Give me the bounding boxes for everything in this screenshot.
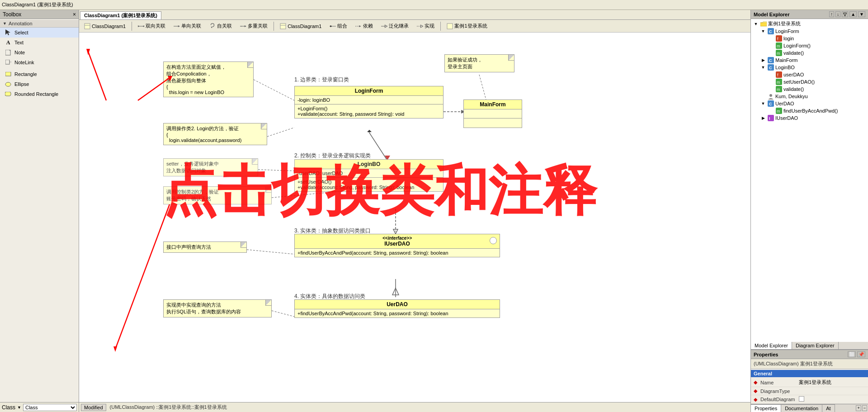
diagram-tab-main[interactable]: ClassDiagram1 (案例1登录系统) xyxy=(80,11,161,19)
toolbox-item-select[interactable]: Select xyxy=(0,28,79,38)
tree-expand-iuserdao[interactable]: ▶ xyxy=(760,115,766,121)
tab-diagram-explorer[interactable]: Diagram Explorer xyxy=(792,342,839,349)
bidirectional-icon xyxy=(138,23,144,29)
model-explorer-tree[interactable]: ▼ 案例1登录系统 ▼ C LoginForm ▶ xyxy=(751,19,868,342)
note-2[interactable]: 调用操作类2. Login的方法，验证{ login.validate(acco… xyxy=(163,123,267,145)
tree-item-userdao[interactable]: ▶ f userDAO xyxy=(752,71,867,78)
tree-expand-case1[interactable]: ▼ xyxy=(753,21,759,27)
toolbox-item-note[interactable]: Note xyxy=(0,47,79,57)
defaultdiagram-checkbox[interactable] xyxy=(799,396,804,402)
panel-sort-desc-icon[interactable]: ↓ xyxy=(835,11,840,17)
tree-item-kumdeukkyu[interactable]: ▶ Kum, Deukkyu xyxy=(752,93,867,100)
main-area: Toolbox × ▼ Annotation Select A xyxy=(0,10,868,412)
tree-item-iuserdao[interactable]: ▶ I IUserDAO xyxy=(752,114,867,122)
svg-text:m: m xyxy=(777,109,780,114)
toolbar-unidirectional-btn[interactable]: 单向关联 xyxy=(170,21,204,31)
panel-collapse-icon[interactable]: − xyxy=(862,405,867,411)
uml-class-mainform[interactable]: MainForm xyxy=(463,99,522,128)
toolbar-sep1 xyxy=(132,22,132,31)
properties-header: Properties ⬜ 📌 xyxy=(751,350,868,359)
tree-expand-mainform[interactable]: ▶ xyxy=(760,57,766,63)
bottom-panel-tabs: Properties Documentation At + − xyxy=(751,404,868,412)
prop-pin-icon[interactable]: 📌 xyxy=(857,351,865,357)
prop-value-name[interactable]: 案例1登录系统 xyxy=(799,379,865,386)
note-5[interactable]: 接口中声明查询方法 xyxy=(163,242,247,253)
toolbar-multiassoc-btn[interactable]: * 多重关联 xyxy=(237,21,271,31)
tree-expand-loginbo[interactable]: ▼ xyxy=(760,64,766,71)
panel-sort-asc-icon[interactable]: ↑ xyxy=(829,11,834,17)
tree-item-validate2[interactable]: ▶ m validate() xyxy=(752,85,867,93)
composition-icon xyxy=(330,23,336,29)
tree-item-mainform[interactable]: ▶ C MainForm xyxy=(752,57,867,64)
toolbox-item-notelink[interactable]: NoteLink xyxy=(0,57,79,67)
interface-tag: <<interface>> xyxy=(297,236,497,241)
toolbar-generalization-btn[interactable]: 泛化继承 xyxy=(378,21,412,31)
svg-text:C: C xyxy=(769,58,772,63)
note-7[interactable]: 如果验证成功，登录主页面 xyxy=(444,54,514,72)
status-path: (UMLClassDiagram) ::案例1登录系统::案例1登录系统 xyxy=(110,404,227,411)
prop-resize1-icon[interactable]: ⬜ xyxy=(848,351,856,357)
diamond-icon-dtype: ◆ xyxy=(754,388,757,394)
uerdao-header: UerDAO xyxy=(295,300,500,309)
panel-down-icon[interactable]: ▼ xyxy=(858,11,865,17)
uml-class-loginform[interactable]: LoginForm -login: loginBO +LoginForm() +… xyxy=(294,86,443,118)
bottom-tab-properties[interactable]: Properties xyxy=(751,404,781,412)
tab-model-explorer[interactable]: Model Explorer xyxy=(751,342,792,349)
svg-line-36 xyxy=(247,250,294,254)
tree-expand-loginform[interactable]: ▼ xyxy=(760,28,766,34)
bottom-tab-at[interactable]: At xyxy=(822,404,835,412)
toolbar-dependency-btn[interactable]: 依赖 xyxy=(352,21,376,31)
panel-header-buttons: ↑ ↓ ▽ ▲ ▼ xyxy=(829,11,865,17)
toolbar-classdiagram1-btn[interactable]: ClassDiagram1 xyxy=(81,22,129,31)
loginform-methods: +LoginForm() +validate(account: String, … xyxy=(295,104,443,118)
class-icon-loginbo: C xyxy=(768,64,774,71)
loginform-header: LoginForm xyxy=(295,86,443,96)
note-6[interactable]: 实现类中实现查询的方法执行SQL语句，查询数据库的内容 xyxy=(163,299,272,317)
toolbox-item-rectangle[interactable]: Rectangle xyxy=(0,69,79,79)
panel-filter-icon[interactable]: ▽ xyxy=(842,11,848,17)
title-bar-text: ClassDiagram1 (案例1登录系统) xyxy=(2,1,73,8)
tree-item-case1[interactable]: ▼ 案例1登录系统 xyxy=(752,20,867,28)
diagram-canvas[interactable]: 点击切换类和注释 1. 边界类：登录窗口类 2. 控制类：登录业务逻辑实现类 3… xyxy=(79,33,750,402)
toolbox-notelink-label: NoteLink xyxy=(14,60,34,65)
toolbar-bidirectional-btn[interactable]: 双向关联 xyxy=(135,21,169,31)
svg-marker-0 xyxy=(5,29,10,35)
tree-label-kumdeukkyu: Kum, Deukkyu xyxy=(775,94,808,99)
tree-item-uerdao[interactable]: ▼ C UerDAO xyxy=(752,100,867,107)
toolbox-footer-select[interactable]: Class Interface Package xyxy=(23,404,77,411)
title-bar: ClassDiagram1 (案例1登录系统) xyxy=(0,0,868,10)
tree-item-loginbo[interactable]: ▼ C LoginBO xyxy=(752,64,867,71)
tree-expand-uerdao[interactable]: ▼ xyxy=(760,100,766,107)
toolbar-composition-btn[interactable]: 组合 xyxy=(326,21,350,31)
toolbar-selfassoc-btn[interactable]: 自关联 xyxy=(206,21,235,31)
uml-class-uerdao[interactable]: UerDAO +findUserByAccAndPwd(account: Str… xyxy=(294,299,500,318)
tree-item-login[interactable]: ▶ f login xyxy=(752,35,867,42)
toolbox-annotation-group[interactable]: ▼ Annotation xyxy=(0,20,79,28)
bottom-tab-documentation[interactable]: Documentation xyxy=(781,404,822,412)
toolbox-close-icon[interactable]: × xyxy=(73,11,76,18)
uml-class-iuserdao[interactable]: <<interface>> IUserDAO +findUserByAccAnd… xyxy=(294,234,500,257)
svg-line-32 xyxy=(254,80,294,100)
tree-item-setuserdao[interactable]: ▶ m setUserDAO() xyxy=(752,78,867,85)
tree-item-loginform[interactable]: ▼ C LoginForm xyxy=(752,28,867,35)
tree-item-validate[interactable]: ▶ m validate() xyxy=(752,49,867,57)
panel-expand-icon[interactable]: + xyxy=(856,405,861,411)
toolbar-classdiagram1-2-btn[interactable]: ClassDiagram1 xyxy=(277,22,325,31)
field-icon-login: f xyxy=(776,35,782,42)
toolbar-case1-btn[interactable]: 案例1登录系统 xyxy=(443,21,490,31)
tree-item-finduser2[interactable]: ▶ m findUserByAccAndPwd() xyxy=(752,107,867,114)
tree-label-case1: 案例1登录系统 xyxy=(768,20,801,27)
toolbar-realization-btn[interactable]: 实现 xyxy=(414,21,438,31)
panel-up-icon[interactable]: ▲ xyxy=(849,11,857,17)
note-tool-icon xyxy=(5,49,12,56)
toolbox-item-text[interactable]: A Text xyxy=(0,38,79,47)
toolbox-item-rounded-rectangle[interactable]: Rounded Rectangle xyxy=(0,89,79,99)
dependency-icon xyxy=(355,23,362,29)
svg-line-38 xyxy=(479,75,486,99)
canvas-inner: 点击切换类和注释 1. 边界类：登录窗口类 2. 控制类：登录业务逻辑实现类 3… xyxy=(79,33,622,385)
toolbox-select-label: Select xyxy=(14,30,28,35)
note-1[interactable]: 在构造方法里面定义赋值，组合Conpolication，黑色菱形指向整体{ th… xyxy=(163,62,254,97)
toolbox-item-ellipse[interactable]: Ellipse xyxy=(0,79,79,89)
tree-item-loginform-ctor[interactable]: ▶ m LoginForm() xyxy=(752,42,867,49)
class-icon-mainform: C xyxy=(768,57,774,63)
